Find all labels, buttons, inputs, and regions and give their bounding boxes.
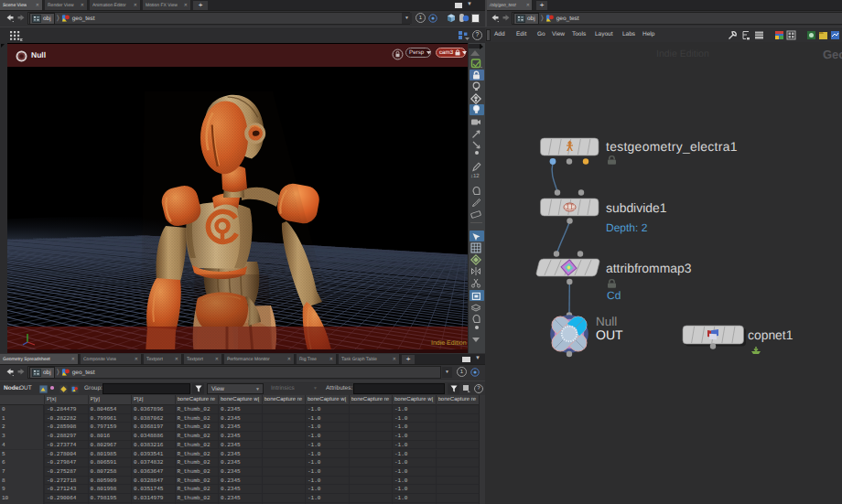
svg-text:Depth: 2: Depth: 2 — [606, 221, 648, 234]
svg-text:Geo: Geo — [823, 48, 842, 61]
svg-text:Null: Null — [596, 315, 617, 328]
svg-text:testgeometry_electra1: testgeometry_electra1 — [606, 139, 738, 154]
svg-text:attribfrommap3: attribfrommap3 — [606, 261, 692, 275]
svg-text:Indie Edition: Indie Edition — [656, 48, 709, 59]
svg-text:copnet1: copnet1 — [748, 327, 793, 342]
svg-text:subdivide1: subdivide1 — [606, 200, 667, 215]
svg-text:OUT: OUT — [596, 327, 623, 342]
svg-text:Cd: Cd — [607, 289, 621, 302]
svg-text:Indie Edition: Indie Edition — [431, 339, 467, 347]
